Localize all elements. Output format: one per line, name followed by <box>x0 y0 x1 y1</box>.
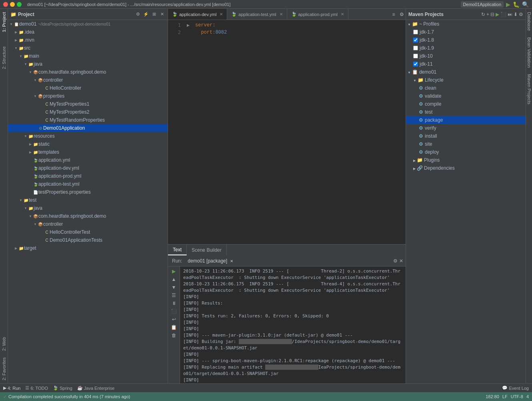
tree-item-app-dev-yml[interactable]: 🍃 application-dev.yml <box>8 164 168 172</box>
tree-item-test-props[interactable]: 📄 testProperties.properties <box>8 188 168 196</box>
bottom-tab-text[interactable]: Text <box>168 245 187 255</box>
maven-item-deploy[interactable]: ⚙ deploy <box>406 148 526 156</box>
tab-close-btn[interactable]: ✕ <box>220 12 223 16</box>
maven-item-clean[interactable]: ⚙ clean <box>406 84 526 92</box>
run-tab-close[interactable]: ✕ <box>230 259 233 263</box>
run-play-icon[interactable]: ▶ <box>171 268 177 275</box>
tree-item-controller[interactable]: 📦 controller <box>8 76 168 84</box>
maven-download-icon[interactable]: ⬇ <box>514 12 518 17</box>
jdk17-checkbox[interactable] <box>413 30 418 34</box>
tree-item-src[interactable]: 📁 src <box>8 44 168 52</box>
maven-item-jdk10[interactable]: jdk-10 <box>406 52 526 60</box>
maven-item-lifecycle[interactable]: 📁 Lifecycle <box>406 76 526 84</box>
run-tab-demo01[interactable]: demo01 [package] ✕ <box>186 258 235 264</box>
lf-indicator[interactable]: LF <box>502 394 508 399</box>
tree-item-main[interactable]: 📁 main <box>8 52 168 60</box>
maven-add-icon[interactable]: + <box>486 12 489 17</box>
maven-item-package[interactable]: ⚙ package <box>406 116 526 124</box>
maven-stop-icon[interactable]: ⬛ <box>500 12 506 17</box>
run-tab-run[interactable]: Run: <box>170 258 184 264</box>
jdk10-checkbox[interactable] <box>413 54 418 58</box>
tree-item-static[interactable]: 📁 static <box>8 140 168 148</box>
editor-settings-icon[interactable]: ⚙ <box>398 9 406 20</box>
run-stop-icon[interactable]: ⬛ <box>171 308 177 315</box>
tree-item-demo01-app[interactable]: ⚙ Demo01Application <box>8 124 168 132</box>
tree-item-test-com[interactable]: 📦 com.heardfate.springboot.demo <box>8 212 168 220</box>
tree-item-templates[interactable]: 📁 templates <box>8 148 168 156</box>
bottom-tool-spring[interactable]: 🍃 Spring <box>53 385 72 391</box>
code-editor[interactable]: server: port: 8082 <box>192 20 406 244</box>
tab-close-btn[interactable]: ✕ <box>280 12 283 16</box>
maven-settings-icon[interactable]: ⚙ <box>519 12 523 17</box>
tree-item-dat[interactable]: C Demo01ApplicationTests <box>8 236 168 244</box>
tree-item-demo01[interactable]: 📋 demo01 ~/IdeaProjects/springboot-demo/… <box>8 20 168 28</box>
tab-app-dev-yml[interactable]: 🍃 application-dev.yml ✕ <box>168 9 227 20</box>
tree-item-mvn[interactable]: 📁 .mvn <box>8 36 168 44</box>
bottom-tool-run[interactable]: ▶ 4: Run <box>3 385 20 391</box>
tree-item-app-test-yml[interactable]: 🍃 application-test.yml <box>8 180 168 188</box>
tab-close-btn[interactable]: ✕ <box>341 12 344 16</box>
tree-item-target[interactable]: 📁 target <box>8 244 168 252</box>
maven-item-install[interactable]: ⚙ install <box>406 132 526 140</box>
maven-item-jdk11[interactable]: jdk-11 <box>406 60 526 68</box>
tree-item-mtp2[interactable]: C MyTestProperties2 <box>8 108 168 116</box>
maven-item-site[interactable]: ⚙ site <box>406 140 526 148</box>
run-filter-icon[interactable]: ☰ <box>171 292 177 299</box>
tree-item-mtp1[interactable]: C MyTestProperties1 <box>8 100 168 108</box>
bottom-tool-java-enterprise[interactable]: ☕ Java Enterprise <box>77 385 114 391</box>
sidebar-tab-favorites[interactable]: 2: Favorites <box>0 354 8 383</box>
close-button[interactable] <box>3 2 8 7</box>
tree-item-hct[interactable]: C HelloControllerTest <box>8 228 168 236</box>
run-config-dropdown[interactable]: Demo01Application <box>461 1 504 8</box>
bottom-tool-event-log[interactable]: 💬 Event Log <box>502 385 529 391</box>
tree-item-app-yml[interactable]: 🍃 application.yml <box>8 156 168 164</box>
right-tab-bean-validation[interactable]: Bean Validation <box>526 34 532 71</box>
right-tab-database[interactable]: Database <box>526 9 532 34</box>
sidebar-tab-web[interactable]: 2: Web <box>0 334 8 354</box>
tab-scroll-right[interactable]: ≡ <box>390 9 398 20</box>
right-tab-maven-projects[interactable]: Maven Projects <box>526 71 532 108</box>
run-output[interactable]: 2018-10-23 11:26:06.173 INFO 2519 --- [ … <box>180 267 406 383</box>
position-indicator[interactable]: 182:80 <box>486 394 499 399</box>
run-copy-icon[interactable]: 📋 <box>171 324 177 331</box>
run-scroll-up-icon[interactable]: ▲ <box>171 276 177 283</box>
tree-item-properties-pkg[interactable]: 📦 properties <box>8 92 168 100</box>
settings-icon[interactable]: ⚡ <box>143 11 149 18</box>
run-scroll-down-icon[interactable]: ▼ <box>171 284 177 291</box>
maven-skip-icon[interactable]: ⏭ <box>508 12 512 17</box>
run-icon[interactable]: ▶ <box>506 1 510 8</box>
run-pause-icon[interactable]: ⏸ <box>171 300 177 307</box>
encoding-indicator[interactable]: UTF-8 <box>511 394 523 399</box>
bottom-tool-todo[interactable]: ☰ 6: TODO <box>25 385 48 391</box>
maven-item-jdk17[interactable]: jdk-1.7 <box>406 28 526 36</box>
jdk18-checkbox[interactable] <box>413 38 418 42</box>
maven-item-plugins[interactable]: 📁 Plugins <box>406 156 526 164</box>
run-close-icon[interactable]: ✕ <box>399 258 403 264</box>
tree-item-com[interactable]: 📦 com.heardfate.springboot.demo <box>8 68 168 76</box>
close-panel-icon[interactable]: ✕ <box>159 11 165 18</box>
maven-collapse-icon[interactable]: ⊟ <box>490 12 494 17</box>
maven-item-profiles[interactable]: 📁 ~ Profiles <box>406 20 526 28</box>
maven-refresh-icon[interactable]: ↻ <box>481 12 485 17</box>
sidebar-tab-project[interactable]: 1: Project <box>0 9 8 35</box>
tab-app-prod-yml[interactable]: 🍃 application-prod.yml ✕ <box>287 9 348 20</box>
maven-item-demo01[interactable]: 📋 demo01 <box>406 68 526 76</box>
maximize-button[interactable] <box>17 2 22 7</box>
maven-item-jdk19[interactable]: jdk-1.9 <box>406 44 526 52</box>
gear-icon[interactable]: ⚙ <box>135 11 141 18</box>
maven-item-test[interactable]: ⚙ test <box>406 108 526 116</box>
search-icon[interactable]: 🔍 <box>522 1 529 8</box>
tree-item-test-java[interactable]: 📁 java <box>8 204 168 212</box>
tree-item-java[interactable]: 📁 java <box>8 60 168 68</box>
tree-item-test-controller[interactable]: 📦 controller <box>8 220 168 228</box>
maven-item-verify[interactable]: ⚙ verify <box>406 124 526 132</box>
maven-run-icon[interactable]: ▶ <box>496 12 499 17</box>
run-settings-icon[interactable]: ⚙ <box>393 258 398 264</box>
jdk11-checkbox[interactable] <box>413 62 418 66</box>
debug-icon[interactable]: 🐛 <box>513 1 520 8</box>
maven-item-dependencies[interactable]: 🔗 Dependencies <box>406 164 526 172</box>
expand-icon[interactable]: ⊞ <box>151 11 157 18</box>
maven-item-compile[interactable]: ⚙ compile <box>406 100 526 108</box>
tree-item-test-folder[interactable]: 📁 test <box>8 196 168 204</box>
tree-item-app-prod-yml[interactable]: 🍃 application-prod.yml <box>8 172 168 180</box>
